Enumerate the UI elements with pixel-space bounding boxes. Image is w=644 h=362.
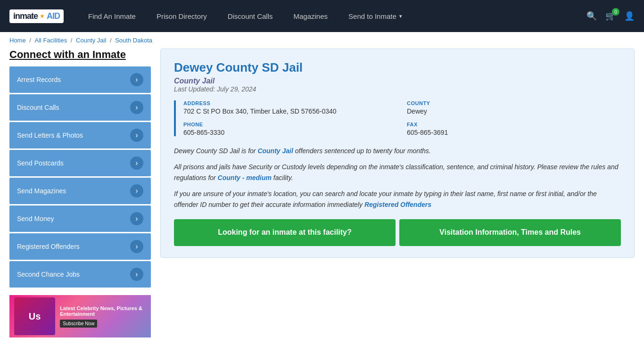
search-icon: 🔍 (586, 11, 597, 21)
sidebar-label-registered-offenders: Registered Offenders (17, 243, 80, 250)
chevron-right-icon: › (130, 73, 143, 86)
sidebar-label-send-postcards: Send Postcards (17, 159, 64, 167)
sidebar-send-letters[interactable]: Send Letters & Photos › (9, 122, 151, 148)
sidebar-label-arrest-records: Arrest Records (17, 76, 61, 83)
find-inmate-button[interactable]: Looking for an inmate at this facility? (174, 219, 396, 246)
sidebar-label-send-letters: Send Letters & Photos (17, 132, 83, 139)
action-buttons: Looking for an inmate at this facility? … (174, 219, 621, 246)
registered-offenders-link[interactable]: Registered Offenders (364, 201, 431, 208)
cart-button[interactable]: 🛒 0 (605, 11, 616, 21)
search-button[interactable]: 🔍 (586, 11, 597, 21)
address-block: ADDRESS 702 C St PO Box 340, Timber Lake… (183, 100, 397, 115)
breadcrumb-all-facilities[interactable]: All Facilities (35, 37, 67, 44)
sidebar-label-discount-calls: Discount Calls (17, 104, 59, 111)
sidebar-label-second-chance-jobs: Second Chance Jobs (17, 271, 80, 278)
county-value: Dewey (407, 107, 621, 115)
chevron-right-icon: › (130, 129, 143, 142)
breadcrumb-sep-2: / (71, 37, 74, 44)
sidebar-discount-calls[interactable]: Discount Calls › (9, 94, 151, 121)
ad-subscribe-button[interactable]: Subscribe Now (60, 320, 97, 328)
sidebar-label-send-magazines: Send Magazines (17, 187, 66, 195)
logo-aid: AID (47, 11, 60, 21)
logo-star-icon: ★ (40, 13, 45, 19)
description-1: Dewey County SD Jail is for County Jail … (174, 146, 621, 156)
county-medium-link[interactable]: County - medium (218, 174, 272, 181)
logo-text: inmate (13, 11, 38, 21)
breadcrumb: Home / All Facilities / County Jail / So… (0, 32, 644, 49)
chevron-right-icon: › (130, 212, 143, 225)
county-block: COUNTY Dewey (407, 100, 621, 115)
facility-name: Dewey County SD Jail (174, 60, 621, 75)
ad-headline: Latest Celebrity News, Pictures & Entert… (60, 305, 146, 317)
logo[interactable]: inmate ★ AID (9, 9, 64, 23)
main-content: Dewey County SD Jail County Jail Last Up… (160, 49, 635, 337)
nav-links: Find An Inmate Prison Directory Discount… (78, 0, 586, 32)
account-button[interactable]: 👤 (624, 11, 635, 21)
ad-image: Us (14, 297, 55, 335)
facility-type: County Jail (174, 77, 621, 85)
nav-find-inmate[interactable]: Find An Inmate (78, 0, 146, 32)
fax-block: FAX 605-865-3691 (407, 122, 621, 136)
sidebar-arrest-records[interactable]: Arrest Records › (9, 66, 151, 93)
breadcrumb-county-jail[interactable]: County Jail (76, 37, 106, 44)
nav-magazines[interactable]: Magazines (283, 0, 339, 32)
visitation-info-button[interactable]: Visitation Information, Times and Rules (399, 219, 621, 246)
nav-prison-directory[interactable]: Prison Directory (146, 0, 217, 32)
chevron-right-icon: › (130, 101, 143, 114)
advertisement-banner[interactable]: Us Latest Celebrity News, Pictures & Ent… (9, 295, 151, 337)
chevron-right-icon: › (130, 156, 143, 170)
chevron-right-icon: › (130, 240, 143, 253)
description-2: All prisons and jails have Security or C… (174, 162, 621, 183)
chevron-right-icon: › (130, 268, 143, 281)
sidebar: Connect with an Inmate Arrest Records › … (9, 49, 151, 337)
sidebar-send-postcards[interactable]: Send Postcards › (9, 150, 151, 176)
main-layout: Connect with an Inmate Arrest Records › … (0, 49, 644, 347)
address-label: ADDRESS (183, 100, 397, 106)
sidebar-title: Connect with an Inmate (9, 49, 151, 61)
nav-discount-calls[interactable]: Discount Calls (217, 0, 283, 32)
county-jail-link[interactable]: County Jail (257, 147, 293, 155)
navbar: inmate ★ AID Find An Inmate Prison Direc… (0, 0, 644, 32)
breadcrumb-home[interactable]: Home (9, 37, 26, 44)
ad-content: Latest Celebrity News, Pictures & Entert… (60, 305, 146, 328)
chevron-right-icon: › (130, 184, 143, 197)
breadcrumb-south-dakota[interactable]: South Dakota (115, 37, 152, 44)
phone-block: PHONE 605-865-3330 (183, 122, 397, 136)
sidebar-second-chance-jobs[interactable]: Second Chance Jobs › (9, 261, 151, 288)
sidebar-label-send-money: Send Money (17, 215, 54, 222)
user-icon: 👤 (624, 11, 635, 21)
description-3: If you are unsure of your inmate's locat… (174, 189, 621, 210)
address-value: 702 C St PO Box 340, Timber Lake, SD 576… (183, 107, 397, 115)
facility-info-grid: ADDRESS 702 C St PO Box 340, Timber Lake… (174, 100, 621, 136)
sidebar-send-magazines[interactable]: Send Magazines › (9, 178, 151, 204)
fax-label: FAX (407, 122, 621, 127)
nav-send-to-inmate[interactable]: Send to Inmate ▼ (338, 0, 413, 32)
breadcrumb-sep-1: / (29, 37, 33, 44)
fax-value: 605-865-3691 (407, 129, 621, 136)
phone-value: 605-865-3330 (183, 129, 397, 136)
breadcrumb-sep-3: / (110, 37, 113, 44)
nav-icons: 🔍 🛒 0 👤 (586, 11, 635, 21)
county-label: COUNTY (407, 100, 621, 106)
dropdown-arrow-icon: ▼ (398, 14, 403, 19)
facility-card: Dewey County SD Jail County Jail Last Up… (160, 49, 635, 258)
sidebar-registered-offenders[interactable]: Registered Offenders › (9, 233, 151, 260)
cart-badge: 0 (612, 8, 619, 16)
phone-label: PHONE (183, 122, 397, 127)
sidebar-send-money[interactable]: Send Money › (9, 206, 151, 232)
facility-updated: Last Updated: July 29, 2024 (174, 85, 621, 93)
